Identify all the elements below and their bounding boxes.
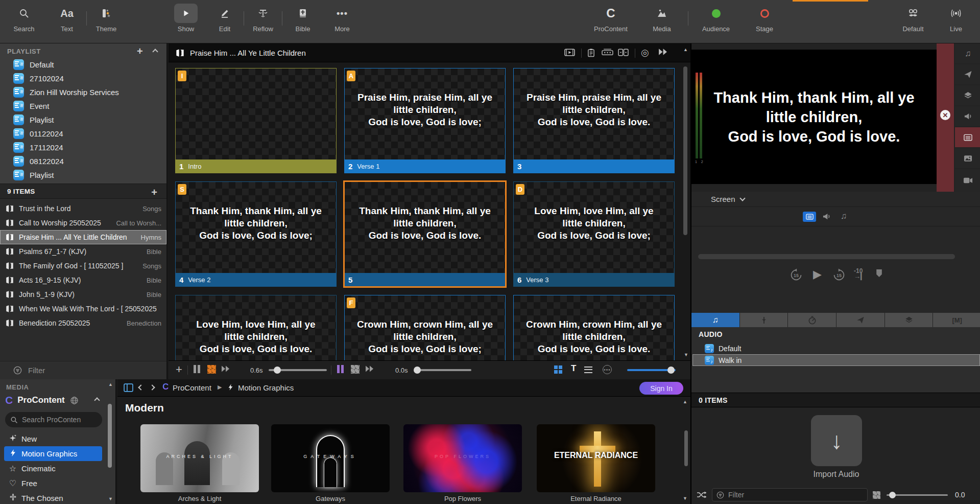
media-bin-icon[interactable] [564, 48, 575, 59]
playlist-item[interactable]: ≋Default [0, 58, 166, 72]
clear-props-icon[interactable] [955, 64, 980, 84]
grid-scrollbar[interactable] [683, 66, 687, 235]
tab-props[interactable] [885, 313, 933, 327]
slide-2[interactable]: A Praise Him, praise Him, all yelittle c… [344, 68, 506, 173]
playlist-item[interactable]: ≋Event [0, 99, 166, 113]
procontent-brand-row[interactable]: C ProContent [5, 394, 112, 407]
slide-7[interactable]: Love Him, love Him, all yelittle childre… [175, 295, 337, 360]
toggle-sidebar-icon[interactable] [124, 383, 133, 394]
import-audio-button[interactable]: ↓ [811, 415, 862, 466]
sign-in-button[interactable]: Sign In [639, 382, 683, 395]
clear-background-icon[interactable] [955, 148, 980, 168]
library-item[interactable]: John 5_1-9 (KJV)Bible [0, 287, 166, 302]
transition-slider-a[interactable] [269, 369, 327, 371]
playlist-item[interactable]: ≋08122024 [0, 154, 166, 168]
transition-advance-icon[interactable] [221, 365, 230, 375]
audio-filter-input[interactable] [728, 491, 830, 499]
media-progress-bar[interactable] [698, 254, 955, 259]
playlist-item[interactable]: ≋01122024 [0, 127, 166, 141]
show-button[interactable]: Show [168, 3, 204, 33]
sidebar-item-the-chosen[interactable]: The Chosen [4, 491, 102, 504]
slide-strip-icon[interactable] [602, 48, 613, 58]
audio-mode-icon[interactable]: ♫ [841, 211, 847, 221]
audience-button[interactable]: Audience [698, 3, 734, 33]
library-item[interactable]: Call to Worship 25052025Call to Worsh... [0, 216, 166, 230]
playlist-item[interactable]: ≋17112024 [0, 141, 166, 154]
collapse-procontent-icon[interactable] [94, 397, 100, 403]
sidebar-item-free[interactable]: ♡ Free [4, 476, 102, 491]
scroll-up-icon[interactable]: ▲ [108, 382, 113, 387]
list-view-icon[interactable] [584, 366, 592, 373]
library-item[interactable]: Trust in the LordSongs [0, 201, 166, 216]
sidebar-item-cinematic[interactable]: ☆ Cinematic [4, 461, 102, 476]
slide-3[interactable]: Praise Him, praise Him, all yelittle chi… [513, 68, 675, 173]
media-button[interactable]: Media [644, 3, 680, 33]
add-slide-button[interactable]: + [176, 363, 182, 376]
shuffle-icon[interactable] [697, 491, 707, 499]
clear-audio-icon[interactable]: ♫ [955, 43, 980, 63]
slide-8[interactable]: F Crown Him, crown Him, all yelittle chi… [344, 295, 506, 360]
tab-messages[interactable] [836, 313, 885, 327]
collapse-playlists-icon[interactable] [152, 49, 158, 54]
grid-view-icon[interactable] [554, 365, 562, 374]
zoom-slider[interactable] [627, 369, 676, 371]
breadcrumb-root[interactable]: ProContent [173, 383, 211, 392]
live-button[interactable]: Live [938, 3, 974, 33]
options-ellipsis-icon[interactable]: ••• [603, 365, 612, 374]
audio-playlist-walk-in[interactable]: ♪ Walk in [692, 354, 980, 366]
library-item-selected[interactable]: Praise Him ... All Ye Little ChildrenHym… [0, 230, 166, 244]
slider-knob[interactable] [274, 366, 281, 374]
volume-slider[interactable] [887, 491, 948, 498]
scroll-down-icon[interactable]: ▼ [684, 353, 688, 357]
sidebar-item-motion-graphics[interactable]: Motion Graphics [4, 446, 102, 461]
edit-button[interactable]: Edit [207, 3, 243, 33]
cut-transition-icon[interactable] [194, 365, 202, 375]
library-filter-input[interactable] [28, 366, 100, 375]
play-icon[interactable]: ▶ [813, 268, 822, 281]
sidebar-scrollbar[interactable] [108, 404, 112, 468]
tab-monitor[interactable]: [M] [933, 313, 980, 327]
scroll-up-icon[interactable]: ▲ [683, 400, 687, 404]
library-item[interactable]: Psalms 67_1-7 (KJV)Bible [0, 244, 166, 259]
scroll-up-icon[interactable]: ▲ [683, 48, 688, 52]
target-icon[interactable]: ◎ [641, 47, 649, 58]
more-button[interactable]: ••• More [324, 3, 360, 33]
audio-playlist-default[interactable]: ♪ Default [692, 342, 980, 354]
crossfade-icon[interactable] [873, 491, 880, 499]
slider-knob[interactable] [667, 366, 675, 374]
playlist-item[interactable]: ≋Playlist [0, 168, 166, 182]
stage-button[interactable]: Stage [747, 3, 782, 33]
bible-button[interactable]: Bible [285, 3, 321, 33]
media-tile-gateways[interactable]: GATEWAYS [271, 424, 390, 492]
slider-knob[interactable] [414, 366, 421, 374]
library-item[interactable]: When We Walk With The Lord - [ 25052025 … [0, 302, 166, 316]
transition-slider-b[interactable] [415, 369, 471, 371]
default-look-button[interactable]: Default [895, 3, 931, 33]
playlist-item[interactable]: ≋27102024 [0, 72, 166, 85]
slide-6[interactable]: D Love Him, love Him, all yelittle child… [513, 181, 675, 287]
search-button[interactable]: Search [6, 3, 42, 33]
scroll-down-icon[interactable]: ▼ [683, 496, 687, 501]
slide-1[interactable]: I 1Intro [175, 68, 337, 173]
tab-faders[interactable] [740, 313, 788, 327]
theme-button[interactable]: Theme [88, 3, 124, 33]
slide-9[interactable]: Crown Him, crown Him, all yelittle child… [513, 295, 675, 360]
announcement-mode-icon[interactable] [822, 213, 831, 222]
text-button[interactable]: Aa Text [49, 3, 85, 33]
add-item-button[interactable]: + [151, 187, 157, 197]
tab-audio[interactable]: ♫ [691, 313, 739, 327]
browser-scrollbar[interactable] [684, 430, 688, 466]
clear-slide-icon[interactable] [955, 127, 980, 147]
clear-announcements-icon[interactable] [955, 106, 980, 126]
rewind-15-icon[interactable]: 15 [790, 268, 803, 284]
media-tile-pop-flowers[interactable]: POP FLOWERS [403, 424, 522, 492]
split-view-icon[interactable] [618, 48, 629, 59]
text-view-icon[interactable]: T [571, 363, 576, 374]
copy-icon[interactable] [587, 48, 595, 59]
library-item[interactable]: Benediction 25052025Benediction [0, 316, 166, 330]
sidebar-item-new[interactable]: New [4, 431, 102, 446]
media-advance-icon[interactable] [365, 365, 374, 375]
slide-5-selected[interactable]: Thank Him, thank Him, all yelittle child… [344, 181, 506, 287]
forward-15-icon[interactable]: 15 [832, 268, 846, 284]
clear-media-icon[interactable] [955, 85, 980, 105]
